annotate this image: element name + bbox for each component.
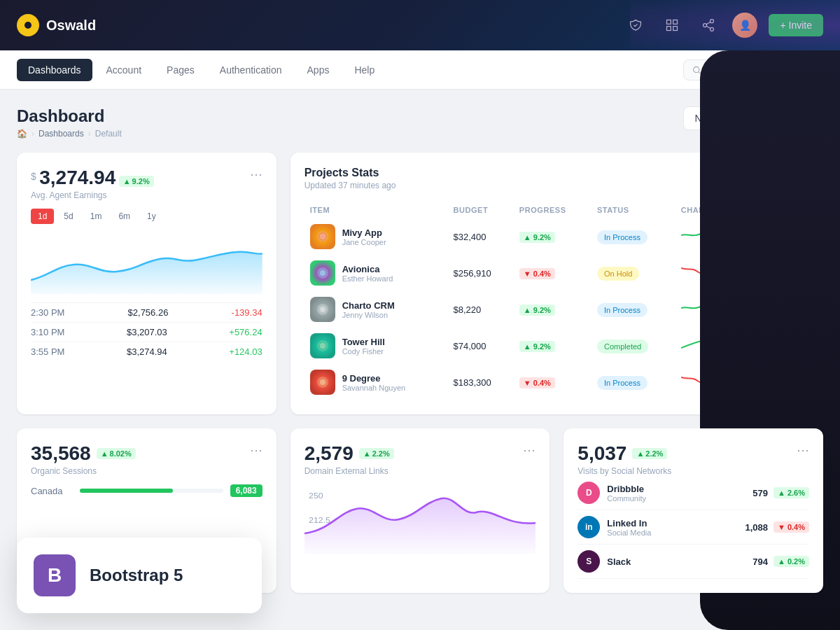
project-thumb	[310, 224, 335, 249]
project-status: Completed	[597, 340, 648, 354]
geo-value: 6,083	[230, 484, 262, 497]
nav-item-pages[interactable]: Pages	[155, 59, 206, 81]
invite-button[interactable]: + Invite	[769, 14, 823, 36]
more-icon[interactable]: ⋯	[250, 167, 262, 182]
breadcrumb-dashboards[interactable]: Dashboards	[38, 129, 84, 139]
filter-1d[interactable]: 1d	[31, 209, 54, 224]
sessions-more[interactable]: ⋯	[250, 442, 262, 458]
project-name: 9 Degree	[342, 373, 406, 384]
earnings-chart	[31, 238, 262, 294]
earnings-row: 2:30 PM $2,756.26 -139.34	[31, 302, 262, 322]
logo-text: Oswald	[46, 18, 96, 34]
sessions-badge: ▲ 8.02%	[97, 448, 136, 459]
social-change: ▲ 0.2%	[774, 556, 809, 567]
breadcrumb-default: Default	[95, 129, 122, 139]
project-name: Mivy App	[342, 227, 386, 238]
geo-label: Canada	[31, 486, 73, 496]
earnings-currency: $	[31, 171, 36, 182]
svg-rect-2	[667, 27, 671, 31]
social-items-list: D Dribbble Community 579 ▲ 2.6% in Linke…	[578, 476, 809, 579]
project-status: On Hold	[597, 267, 639, 281]
project-status: In Process	[597, 376, 648, 390]
svg-rect-1	[673, 20, 678, 24]
social-name: Dribbble	[607, 484, 646, 494]
earnings-row: 3:10 PM $3,207.03 +576.24	[31, 322, 262, 342]
project-thumb	[310, 260, 335, 286]
project-thumb	[310, 370, 335, 395]
nav-item-authentication[interactable]: Authentication	[209, 59, 293, 81]
svg-point-24	[320, 379, 326, 385]
logo-icon	[17, 14, 39, 36]
project-author: Jenny Wilson	[342, 311, 395, 319]
time-filters: 1d 5d 1m 6m 1y	[31, 209, 262, 224]
domain-chart: 250 212.5	[304, 484, 536, 554]
page-title: Dashboard	[17, 106, 122, 126]
col-status: STATUS	[592, 202, 676, 218]
svg-line-8	[707, 22, 711, 24]
earnings-header: $ 3,274.94 ▲ 9.2% Avg. Agent Earnings ⋯	[31, 167, 262, 200]
project-progress: ▼ 0.4%	[519, 268, 555, 279]
social-amount: 5,037	[578, 442, 626, 465]
links-card: 2,579 ▲ 2.2% Domain External Links ⋯	[290, 428, 550, 593]
col-progress: PROGRESS	[514, 202, 592, 218]
breadcrumb: 🏠 › Dashboards › Default	[17, 129, 122, 139]
bootstrap-label: Bootstrap 5	[90, 566, 183, 585]
project-progress: ▲ 9.2%	[519, 341, 555, 352]
project-status: In Process	[597, 303, 648, 317]
project-progress: ▼ 0.4%	[519, 377, 555, 388]
filter-6m[interactable]: 6m	[111, 209, 137, 224]
links-amount: 2,579	[304, 442, 354, 465]
social-type: Community	[607, 494, 646, 503]
bootstrap-overlay: B Bootstrap 5	[17, 538, 262, 613]
filter-1m[interactable]: 1m	[83, 209, 109, 224]
svg-text:212.5: 212.5	[309, 517, 330, 524]
top-bar-right: 👤 + Invite	[623, 13, 823, 38]
nav-item-help[interactable]: Help	[343, 59, 386, 81]
projects-title: Projects Stats	[304, 167, 396, 179]
social-more[interactable]: ⋯	[797, 442, 809, 458]
social-icon: D	[578, 482, 600, 504]
social-count: 579	[752, 488, 768, 498]
avatar[interactable]: 👤	[732, 13, 757, 38]
social-label: Visits by Social Networks	[578, 466, 671, 476]
svg-point-12	[320, 234, 326, 239]
social-count: 794	[752, 556, 768, 567]
social-item: in Linked In Social Media 1,088 ▼ 0.4%	[578, 510, 809, 545]
filter-5d[interactable]: 5d	[57, 209, 80, 224]
project-item: Charto CRM Jenny Wilson	[310, 297, 442, 322]
sessions-label: Organic Sessions	[31, 466, 136, 476]
social-count: 1,088	[745, 522, 768, 533]
projects-updated: Updated 37 minutes ago	[304, 181, 396, 190]
social-icon: in	[578, 516, 600, 538]
svg-point-6	[710, 27, 714, 31]
project-item: Mivy App Jane Cooper	[310, 224, 442, 249]
nav-item-apps[interactable]: Apps	[296, 59, 341, 81]
nav-item-account[interactable]: Account	[95, 59, 153, 81]
project-name: Charto CRM	[342, 300, 395, 311]
project-item: 9 Degree Savannah Nguyen	[310, 370, 442, 395]
social-change: ▲ 2.6%	[774, 487, 809, 498]
earnings-card: $ 3,274.94 ▲ 9.2% Avg. Agent Earnings ⋯ …	[17, 153, 276, 414]
social-badge: ▲ 2.2%	[632, 448, 667, 459]
layout-icon-btn[interactable]	[659, 13, 685, 38]
earnings-amount: 3,274.94	[39, 167, 115, 188]
project-author: Jane Cooper	[342, 238, 386, 246]
svg-text:250: 250	[309, 492, 323, 500]
links-badge: ▲ 2.2%	[359, 448, 394, 459]
links-more[interactable]: ⋯	[523, 442, 536, 458]
svg-point-9	[694, 66, 699, 72]
mask-icon-btn[interactable]	[623, 13, 648, 38]
search-icon	[692, 65, 701, 75]
project-name: Avionica	[342, 264, 393, 274]
social-item: D Dribbble Community 579 ▲ 2.6%	[578, 476, 809, 510]
filter-1y[interactable]: 1y	[140, 209, 163, 224]
share-icon-btn[interactable]	[696, 13, 721, 38]
earnings-label: Avg. Agent Earnings	[31, 190, 154, 200]
project-progress: ▲ 9.2%	[519, 232, 555, 243]
geo-bar	[80, 489, 173, 493]
project-budget: $256,910	[454, 268, 491, 279]
project-author: Esther Howard	[342, 274, 393, 283]
nav-item-dashboards[interactable]: Dashboards	[17, 59, 92, 81]
project-author: Savannah Nguyen	[342, 384, 406, 392]
svg-rect-0	[667, 20, 671, 24]
